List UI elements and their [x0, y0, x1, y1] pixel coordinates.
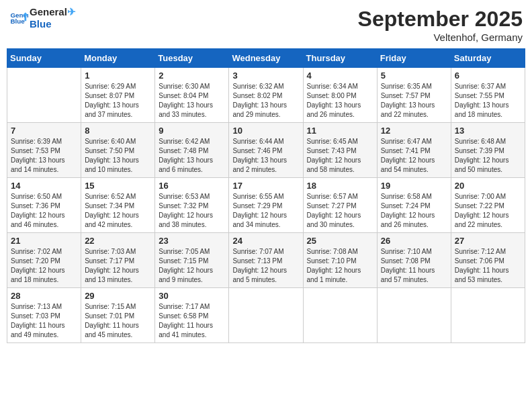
- day-number: 4: [307, 71, 373, 81]
- calendar-cell: 12Sunrise: 6:47 AM Sunset: 7:41 PM Dayli…: [377, 123, 451, 178]
- calendar-week-row: 21Sunrise: 7:02 AM Sunset: 7:20 PM Dayli…: [7, 233, 525, 288]
- calendar-cell: 26Sunrise: 7:10 AM Sunset: 7:08 PM Dayli…: [377, 233, 451, 288]
- day-info: Sunrise: 7:02 AM Sunset: 7:20 PM Dayligh…: [11, 247, 77, 285]
- day-info: Sunrise: 6:32 AM Sunset: 8:02 PM Dayligh…: [232, 82, 299, 120]
- calendar-cell: 2Sunrise: 6:30 AM Sunset: 8:04 PM Daylig…: [155, 68, 229, 123]
- day-number: 18: [307, 181, 373, 191]
- calendar-cell: 18Sunrise: 6:57 AM Sunset: 7:27 PM Dayli…: [303, 178, 377, 233]
- day-number: 2: [159, 71, 225, 81]
- col-header-monday: Monday: [81, 49, 155, 68]
- day-info: Sunrise: 7:17 AM Sunset: 6:58 PM Dayligh…: [159, 302, 225, 340]
- day-number: 3: [232, 71, 299, 81]
- day-number: 20: [455, 181, 521, 191]
- day-info: Sunrise: 6:30 AM Sunset: 8:04 PM Dayligh…: [159, 82, 225, 120]
- calendar-cell: [7, 68, 81, 123]
- calendar-cell: 19Sunrise: 6:58 AM Sunset: 7:24 PM Dayli…: [377, 178, 451, 233]
- day-info: Sunrise: 6:34 AM Sunset: 8:00 PM Dayligh…: [307, 82, 373, 120]
- calendar-cell: 5Sunrise: 6:35 AM Sunset: 7:57 PM Daylig…: [377, 68, 451, 123]
- calendar-cell: [451, 288, 525, 343]
- calendar-cell: 15Sunrise: 6:52 AM Sunset: 7:34 PM Dayli…: [81, 178, 155, 233]
- day-number: 1: [85, 71, 151, 81]
- calendar-cell: 14Sunrise: 6:50 AM Sunset: 7:36 PM Dayli…: [7, 178, 81, 233]
- day-number: 26: [381, 236, 447, 246]
- calendar-header-row: SundayMondayTuesdayWednesdayThursdayFrid…: [7, 49, 525, 68]
- calendar-week-row: 28Sunrise: 7:13 AM Sunset: 7:03 PM Dayli…: [7, 288, 525, 343]
- day-number: 28: [11, 291, 77, 301]
- day-info: Sunrise: 6:35 AM Sunset: 7:57 PM Dayligh…: [381, 82, 447, 120]
- day-info: Sunrise: 6:45 AM Sunset: 7:43 PM Dayligh…: [307, 137, 373, 175]
- calendar-cell: 29Sunrise: 7:15 AM Sunset: 7:01 PM Dayli…: [81, 288, 155, 343]
- day-number: 22: [85, 236, 151, 246]
- day-info: Sunrise: 6:29 AM Sunset: 8:07 PM Dayligh…: [85, 82, 151, 120]
- day-info: Sunrise: 6:57 AM Sunset: 7:27 PM Dayligh…: [307, 192, 373, 230]
- location-title: Veltenhof, Germany: [358, 32, 523, 43]
- day-info: Sunrise: 6:48 AM Sunset: 7:39 PM Dayligh…: [455, 137, 521, 175]
- calendar-cell: 11Sunrise: 6:45 AM Sunset: 7:43 PM Dayli…: [303, 123, 377, 178]
- day-number: 13: [455, 126, 521, 136]
- calendar-cell: [377, 288, 451, 343]
- calendar-cell: 4Sunrise: 6:34 AM Sunset: 8:00 PM Daylig…: [303, 68, 377, 123]
- day-info: Sunrise: 7:07 AM Sunset: 7:13 PM Dayligh…: [232, 247, 299, 285]
- logo-text: General✈: [30, 7, 76, 18]
- day-number: 9: [159, 126, 225, 136]
- calendar-week-row: 14Sunrise: 6:50 AM Sunset: 7:36 PM Dayli…: [7, 178, 525, 233]
- month-title: September 2025: [358, 7, 523, 32]
- calendar-cell: 16Sunrise: 6:53 AM Sunset: 7:32 PM Dayli…: [155, 178, 229, 233]
- day-info: Sunrise: 6:39 AM Sunset: 7:53 PM Dayligh…: [11, 137, 77, 175]
- calendar-cell: 28Sunrise: 7:13 AM Sunset: 7:03 PM Dayli…: [7, 288, 81, 343]
- day-info: Sunrise: 6:53 AM Sunset: 7:32 PM Dayligh…: [159, 192, 225, 230]
- col-header-wednesday: Wednesday: [229, 49, 303, 68]
- day-number: 16: [159, 181, 225, 191]
- calendar-cell: 21Sunrise: 7:02 AM Sunset: 7:20 PM Dayli…: [7, 233, 81, 288]
- day-info: Sunrise: 7:13 AM Sunset: 7:03 PM Dayligh…: [11, 302, 77, 340]
- day-number: 23: [159, 236, 225, 246]
- day-number: 25: [307, 236, 373, 246]
- day-info: Sunrise: 6:55 AM Sunset: 7:29 PM Dayligh…: [232, 192, 299, 230]
- calendar-cell: 1Sunrise: 6:29 AM Sunset: 8:07 PM Daylig…: [81, 68, 155, 123]
- calendar-cell: [303, 288, 377, 343]
- logo: General Blue General✈ Blue: [9, 7, 76, 30]
- calendar-cell: 23Sunrise: 7:05 AM Sunset: 7:15 PM Dayli…: [155, 233, 229, 288]
- calendar-cell: 22Sunrise: 7:03 AM Sunset: 7:17 PM Dayli…: [81, 233, 155, 288]
- calendar-cell: 17Sunrise: 6:55 AM Sunset: 7:29 PM Dayli…: [229, 178, 303, 233]
- calendar-cell: [229, 288, 303, 343]
- day-info: Sunrise: 6:37 AM Sunset: 7:55 PM Dayligh…: [455, 82, 521, 120]
- logo-blue: Blue: [30, 18, 76, 30]
- logo-icon: General Blue: [9, 9, 28, 28]
- calendar-cell: 30Sunrise: 7:17 AM Sunset: 6:58 PM Dayli…: [155, 288, 229, 343]
- calendar-week-row: 1Sunrise: 6:29 AM Sunset: 8:07 PM Daylig…: [7, 68, 525, 123]
- col-header-thursday: Thursday: [303, 49, 377, 68]
- svg-text:Blue: Blue: [10, 17, 25, 25]
- calendar-table: SundayMondayTuesdayWednesdayThursdayFrid…: [7, 48, 525, 343]
- calendar-cell: 20Sunrise: 7:00 AM Sunset: 7:22 PM Dayli…: [451, 178, 525, 233]
- day-number: 15: [85, 181, 151, 191]
- day-info: Sunrise: 6:40 AM Sunset: 7:50 PM Dayligh…: [85, 137, 151, 175]
- calendar-cell: 25Sunrise: 7:08 AM Sunset: 7:10 PM Dayli…: [303, 233, 377, 288]
- calendar-cell: 3Sunrise: 6:32 AM Sunset: 8:02 PM Daylig…: [229, 68, 303, 123]
- day-number: 27: [455, 236, 521, 246]
- day-number: 19: [381, 181, 447, 191]
- month-title-block: September 2025 Veltenhof, Germany: [358, 7, 523, 43]
- day-number: 7: [11, 126, 77, 136]
- day-info: Sunrise: 7:12 AM Sunset: 7:06 PM Dayligh…: [455, 247, 521, 285]
- calendar-cell: 13Sunrise: 6:48 AM Sunset: 7:39 PM Dayli…: [451, 123, 525, 178]
- day-info: Sunrise: 6:44 AM Sunset: 7:46 PM Dayligh…: [232, 137, 299, 175]
- day-info: Sunrise: 6:52 AM Sunset: 7:34 PM Dayligh…: [85, 192, 151, 230]
- day-number: 14: [11, 181, 77, 191]
- day-number: 10: [232, 126, 299, 136]
- day-number: 5: [381, 71, 447, 81]
- day-number: 12: [381, 126, 447, 136]
- calendar-cell: 24Sunrise: 7:07 AM Sunset: 7:13 PM Dayli…: [229, 233, 303, 288]
- day-number: 6: [455, 71, 521, 81]
- calendar-cell: 10Sunrise: 6:44 AM Sunset: 7:46 PM Dayli…: [229, 123, 303, 178]
- calendar-cell: 6Sunrise: 6:37 AM Sunset: 7:55 PM Daylig…: [451, 68, 525, 123]
- day-info: Sunrise: 7:00 AM Sunset: 7:22 PM Dayligh…: [455, 192, 521, 230]
- day-number: 21: [11, 236, 77, 246]
- day-number: 11: [307, 126, 373, 136]
- calendar-cell: 9Sunrise: 6:42 AM Sunset: 7:48 PM Daylig…: [155, 123, 229, 178]
- calendar-cell: 27Sunrise: 7:12 AM Sunset: 7:06 PM Dayli…: [451, 233, 525, 288]
- day-number: 17: [232, 181, 299, 191]
- day-number: 8: [85, 126, 151, 136]
- day-info: Sunrise: 6:50 AM Sunset: 7:36 PM Dayligh…: [11, 192, 77, 230]
- calendar-cell: 8Sunrise: 6:40 AM Sunset: 7:50 PM Daylig…: [81, 123, 155, 178]
